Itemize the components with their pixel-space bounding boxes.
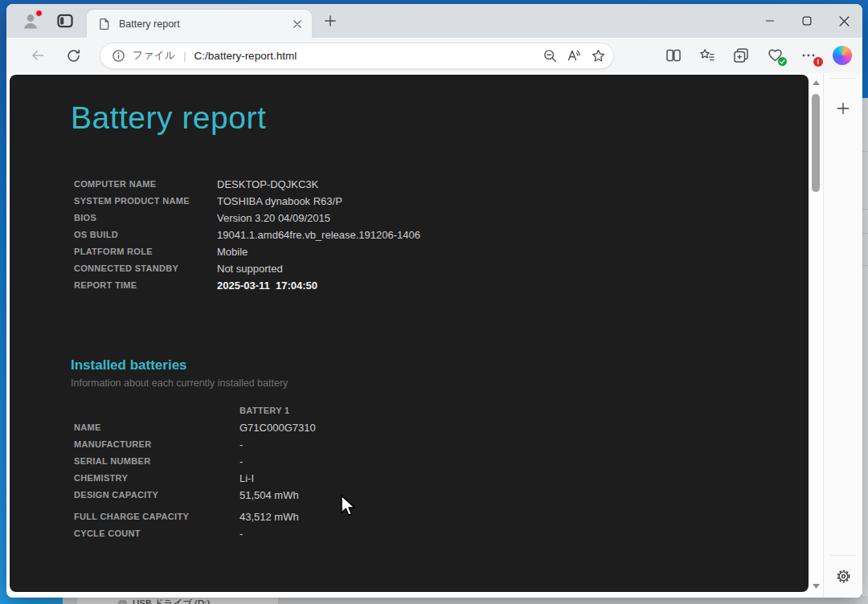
system-info-label: CONNECTED STANDBY — [74, 260, 217, 277]
system-info-label: COMPUTER NAME — [74, 176, 217, 193]
address-scheme-label: ファイル — [133, 48, 175, 63]
report-time-value: 2025-03-11 17:04:50 — [217, 277, 809, 294]
favorites-star-list-icon — [699, 47, 715, 63]
battery-report-page: Battery report COMPUTER NAME DESKTOP-DQJ… — [10, 75, 809, 592]
battery-info-value: - — [240, 525, 809, 542]
system-info-value: Version 3.20 04/09/2015 — [217, 210, 809, 226]
system-info-label: BIOS — [74, 210, 217, 226]
maximize-button[interactable] — [788, 4, 825, 38]
battery-column-header: BATTERY 1 — [240, 403, 809, 418]
arrow-down-icon — [813, 584, 820, 589]
installed-batteries-heading: Installed batteries — [71, 357, 809, 374]
address-bar[interactable]: ファイル | C:/battery-report.html — [100, 43, 614, 69]
address-url: C:/battery-report.html — [194, 50, 297, 62]
back-button[interactable] — [24, 42, 51, 69]
usb-drive-label: USB ドライブ (D:) — [133, 598, 210, 604]
address-separator: | — [183, 50, 186, 62]
browser-window: Battery report ファイル | C:/battery-r — [6, 4, 862, 598]
system-info-value: Mobile — [217, 243, 809, 260]
split-screen-button[interactable] — [660, 42, 687, 69]
battery-info-value: 51,504 mWh — [240, 487, 809, 504]
system-info-label: OS BUILD — [74, 226, 217, 243]
scroll-down-button[interactable] — [812, 583, 820, 590]
system-info-value: DESKTOP-DQJKC3K — [217, 176, 809, 193]
tab-strip: Battery report — [6, 4, 862, 38]
battery-info-value: - — [240, 453, 809, 470]
check-icon — [780, 59, 785, 64]
system-info-table: COMPUTER NAME DESKTOP-DQJKC3K SYSTEM PRO… — [74, 176, 809, 294]
read-aloud-button[interactable] — [562, 44, 586, 67]
favorite-this-page-button[interactable] — [586, 44, 610, 67]
system-info-label: SYSTEM PRODUCT NAME — [74, 193, 217, 210]
battery-info-label: FULL CHARGE CAPACITY — [74, 508, 240, 525]
battery-info-value: 43,512 mWh — [240, 508, 809, 525]
battery-info-value: G71C000G7310 — [240, 419, 809, 436]
scroll-up-button[interactable] — [812, 80, 820, 86]
sidebar-settings-button[interactable] — [831, 564, 855, 588]
battery-info-table: NAME G71C000G7310 MANUFACTURER - SERIAL … — [74, 419, 809, 542]
profile-avatar[interactable] — [19, 10, 42, 32]
star-icon — [591, 48, 606, 63]
split-screen-icon — [665, 47, 682, 63]
tab-title: Battery report — [119, 18, 289, 30]
close-icon — [839, 16, 850, 27]
vertical-scrollbar[interactable] — [809, 73, 823, 598]
system-info-value: 19041.1.amd64fre.vb_release.191206-1406 — [217, 226, 809, 243]
info-icon — [112, 49, 125, 63]
minimize-icon — [765, 16, 775, 26]
back-arrow-icon — [30, 47, 46, 63]
battery-info-label: NAME — [74, 419, 240, 436]
zoom-out-button[interactable] — [538, 44, 562, 67]
tab-close-button[interactable] — [289, 16, 305, 32]
battery-info-value: Li-I — [240, 470, 809, 487]
plus-icon — [324, 14, 337, 27]
close-icon — [293, 20, 301, 28]
sidebar-add-button[interactable] — [831, 96, 855, 120]
system-info-value: TOSHIBA dynabook R63/P — [217, 193, 809, 210]
maximize-icon — [802, 16, 812, 26]
notification-dot — [35, 10, 43, 17]
system-info-label: REPORT TIME — [74, 277, 217, 294]
system-info-label: PLATFORM ROLE — [74, 243, 217, 260]
battery-info-label: SERIAL NUMBER — [74, 453, 240, 470]
workspaces-icon — [56, 12, 74, 30]
battery-info-label: CHEMISTRY — [74, 470, 240, 487]
close-window-button[interactable] — [825, 4, 862, 38]
content-area: Battery report COMPUTER NAME DESKTOP-DQJ… — [6, 73, 862, 598]
usb-drive-icon — [117, 599, 128, 604]
favorites-button[interactable] — [694, 42, 721, 69]
browser-tab[interactable]: Battery report — [87, 10, 312, 38]
collections-icon — [733, 47, 749, 63]
arrow-up-icon — [813, 80, 820, 85]
browser-toolbar: ファイル | C:/battery-report.html — [6, 38, 862, 73]
read-aloud-icon — [566, 47, 582, 63]
zoom-out-icon — [542, 48, 558, 63]
minimize-button[interactable] — [751, 4, 788, 38]
refresh-button[interactable] — [59, 42, 87, 69]
system-info-value: Not supported — [217, 260, 809, 277]
page-favicon — [98, 18, 111, 31]
site-info-button[interactable] — [107, 44, 129, 67]
window-controls — [751, 4, 862, 38]
sidebar-divider — [830, 78, 856, 79]
usb-drive-row[interactable]: USB ドライブ (D:) — [77, 597, 278, 604]
battery-info-label: DESIGN CAPACITY — [74, 487, 240, 504]
installed-batteries-subtitle: Information about each currently install… — [71, 376, 809, 390]
essentials-check-badge — [778, 57, 787, 66]
refresh-icon — [66, 48, 81, 63]
sidebar-divider — [830, 555, 856, 556]
battery-info-value: - — [240, 436, 809, 453]
gear-icon — [835, 568, 852, 585]
tab-actions-button[interactable] — [55, 10, 76, 31]
collections-button[interactable] — [727, 42, 755, 69]
browser-essentials-button[interactable] — [761, 42, 788, 69]
desktop: { "browser": { "tab": { "title": "Batter… — [0, 0, 868, 604]
new-tab-button[interactable] — [320, 10, 341, 31]
copilot-button[interactable] — [829, 42, 856, 69]
background-window-right-edge — [862, 98, 868, 604]
copilot-icon — [833, 46, 852, 65]
settings-and-more-button[interactable]: ! — [795, 42, 822, 69]
toolbar-icon-group: ! — [653, 42, 856, 69]
plus-icon — [836, 101, 850, 116]
scrollbar-thumb[interactable] — [812, 94, 820, 192]
